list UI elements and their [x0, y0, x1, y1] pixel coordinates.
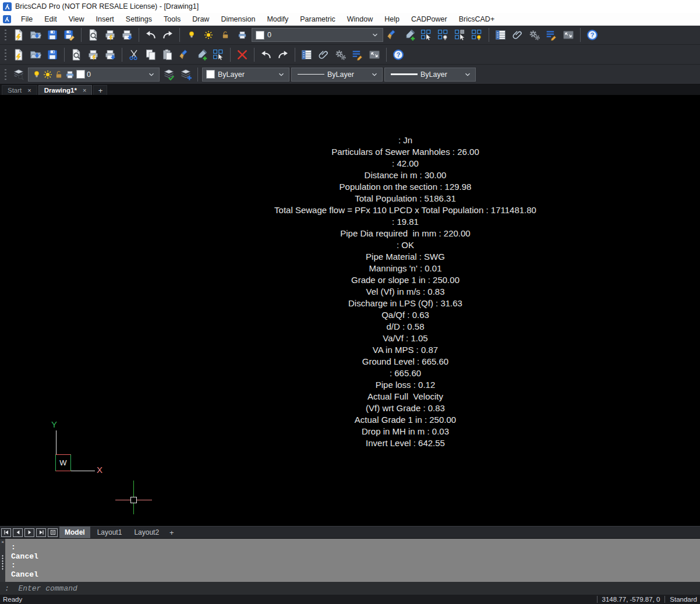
layer-lock-button[interactable]	[218, 27, 233, 43]
new-file-button[interactable]	[11, 27, 26, 43]
printer-icon[interactable]	[65, 70, 75, 79]
select-entities-button[interactable]	[419, 27, 434, 43]
new-file-button[interactable]	[11, 47, 26, 62]
menu-item[interactable]: Help	[379, 15, 405, 23]
command-prompt[interactable]: : Enter command	[0, 582, 700, 595]
drag-handle-icon[interactable]	[2, 554, 3, 571]
new-layout-button[interactable]: +	[166, 528, 178, 537]
edit-text-button[interactable]	[544, 27, 559, 43]
menu-item[interactable]: Settings	[120, 15, 158, 23]
lightbulb-icon	[187, 30, 196, 40]
previous-layout-button[interactable]	[13, 528, 23, 537]
toolbar-grip[interactable]	[3, 68, 8, 81]
select-entities-button[interactable]	[211, 47, 226, 62]
close-icon[interactable]: ×	[27, 87, 31, 94]
tab-layout2[interactable]: Layout2	[129, 527, 164, 539]
redo-button[interactable]	[160, 27, 175, 43]
copy-properties-button[interactable]	[402, 27, 417, 43]
drawing-canvas[interactable]: : JnParticulars of Sewer Manholes : 26.0…	[0, 95, 700, 526]
tab-model[interactable]: Model	[59, 527, 90, 539]
lineweight-dropdown[interactable]: ByLayer	[384, 68, 476, 82]
layer-on-button[interactable]	[184, 27, 199, 43]
lock-icon[interactable]	[54, 70, 63, 79]
next-layout-button[interactable]	[24, 528, 34, 537]
menu-item[interactable]: CADPower	[405, 15, 453, 23]
last-layout-button[interactable]	[36, 528, 46, 537]
print-button[interactable]	[102, 27, 118, 43]
plot-button[interactable]	[119, 27, 135, 43]
menu-item[interactable]: Draw	[186, 15, 215, 23]
layer-dropdown[interactable]: 0	[28, 68, 160, 82]
save-as-button[interactable]	[62, 27, 77, 43]
workspace-selector[interactable]: Standard	[670, 596, 697, 603]
save-button[interactable]	[45, 27, 60, 43]
close-icon[interactable]: ×	[83, 87, 86, 94]
save-button[interactable]	[45, 47, 60, 62]
print-preview-button[interactable]	[69, 47, 84, 62]
drawing-explorer-button[interactable]	[493, 27, 508, 43]
undo-button[interactable]	[259, 47, 274, 62]
cut-button[interactable]	[126, 47, 142, 62]
redo-button[interactable]	[275, 47, 291, 62]
plot-button[interactable]	[102, 47, 118, 62]
print-button[interactable]	[86, 47, 101, 62]
toolbar-grip[interactable]	[3, 48, 8, 61]
menu-item[interactable]: File	[15, 15, 38, 23]
drawing-explorer-button[interactable]	[299, 47, 314, 62]
unisolate-entities-button[interactable]	[469, 27, 485, 43]
menu-item[interactable]: Parametric	[294, 15, 341, 23]
erase-button[interactable]	[235, 47, 250, 62]
match-properties-button[interactable]	[177, 47, 192, 62]
new-document-tab-button[interactable]: +	[93, 85, 107, 95]
toolbar-grip[interactable]	[3, 29, 8, 41]
help-button[interactable]	[391, 47, 406, 62]
menu-item[interactable]: Tools	[158, 15, 186, 23]
close-icon[interactable]: ×	[1, 539, 4, 545]
menu-item[interactable]: Insert	[90, 15, 120, 23]
help-button[interactable]	[585, 27, 600, 43]
edit-text-button[interactable]	[350, 47, 365, 62]
menu-item[interactable]: View	[63, 15, 90, 23]
menu-item[interactable]: Modify	[261, 15, 294, 23]
layer-freeze-button[interactable]	[201, 27, 216, 43]
menu-item[interactable]: Dimension	[215, 15, 261, 23]
print-preview-button[interactable]	[86, 27, 101, 43]
layer-plot-button[interactable]	[235, 27, 250, 43]
open-file-button[interactable]	[28, 47, 43, 62]
copy-properties-button[interactable]	[194, 47, 209, 62]
layout-list-button[interactable]	[48, 528, 58, 537]
chevron-down-icon	[277, 70, 285, 79]
isolate-entities-button[interactable]	[436, 27, 451, 43]
layer-dropdown[interactable]: 0	[252, 28, 383, 42]
settings-button[interactable]	[333, 47, 348, 62]
deselect-entities-button[interactable]	[452, 27, 468, 43]
paste-button[interactable]	[160, 47, 175, 62]
sun-icon[interactable]	[43, 70, 52, 79]
tab-drawing1[interactable]: Drawing1* ×	[38, 85, 93, 95]
layer-state-save-button[interactable]	[161, 67, 176, 82]
menu-item[interactable]: Edit	[38, 15, 63, 23]
linetype-sample	[298, 74, 324, 75]
lightbulb-icon[interactable]	[32, 70, 41, 79]
copy-button[interactable]	[143, 47, 158, 62]
command-history-lines[interactable]: :Cancel:Cancel	[5, 539, 700, 582]
image-button[interactable]	[561, 27, 576, 43]
tab-layout1[interactable]: Layout1	[92, 527, 128, 539]
layers-explorer-button[interactable]	[11, 67, 26, 82]
coordinates-display[interactable]: 3148.77, -579.87, 0	[602, 596, 660, 603]
image-button[interactable]	[367, 47, 382, 62]
attach-button[interactable]	[316, 47, 331, 62]
first-layout-button[interactable]	[1, 528, 11, 537]
settings-button[interactable]	[527, 27, 542, 43]
open-file-button[interactable]	[28, 27, 43, 43]
color-dropdown[interactable]: ByLayer	[202, 68, 289, 82]
linetype-dropdown[interactable]: ByLayer	[291, 68, 383, 82]
tab-start[interactable]: Start ×	[2, 85, 37, 95]
app-menu-icon[interactable]	[3, 15, 11, 23]
menu-item[interactable]: Window	[341, 15, 379, 23]
undo-button[interactable]	[143, 27, 158, 43]
attach-button[interactable]	[510, 27, 525, 43]
menu-item[interactable]: BricsCAD+	[453, 15, 500, 23]
layer-state-new-button[interactable]	[178, 67, 193, 82]
match-properties-button[interactable]	[385, 27, 400, 43]
